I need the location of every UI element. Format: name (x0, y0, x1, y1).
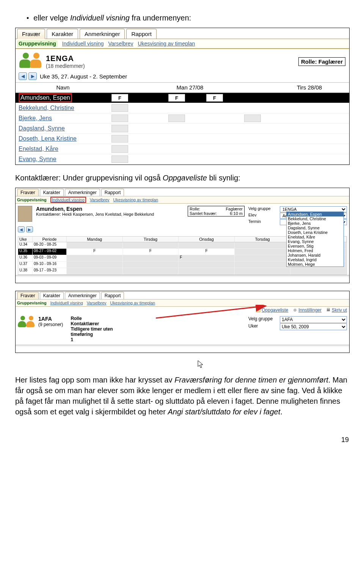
subtab-gruppevisning[interactable]: Gruppevisning (17, 301, 47, 305)
innstillinger-link[interactable]: Innstillinger (293, 307, 322, 313)
subtab-individuell-visning[interactable]: Individuell visning (50, 301, 83, 305)
center-info: Rolle Kontaktlærer Tidligere timer uten … (71, 316, 133, 342)
group-members: (18 medlemmer) (46, 63, 85, 69)
col-header: Tirsdag (123, 237, 179, 242)
dropdown-option[interactable]: Kvelstad, Ingrid (287, 257, 344, 262)
student-row[interactable]: Amundsen, EspenFFF (16, 93, 349, 103)
printer-icon (326, 308, 331, 312)
dropdown-option[interactable]: Bekkelund, Christine (287, 216, 344, 221)
week-prev-button[interactable]: ◀ (19, 72, 27, 80)
dropdown-option[interactable]: Evensen, Stig (287, 244, 344, 248)
student-name-link[interactable]: Amundsen, Espen (16, 93, 110, 102)
tab-anmerkninger[interactable]: Anmerkninger (65, 189, 100, 196)
group-name: 1ENGA (46, 54, 85, 63)
torn-edge-decoration-s3 (16, 345, 349, 353)
student-name-link[interactable]: Doseth, Lena Kristine (16, 135, 110, 142)
kontaktlaerer-paragraph: Kontaktlærer: Under gruppevisning vil og… (15, 172, 349, 183)
col-tirs: Tirs 28/08 (270, 83, 349, 93)
subtab-individuell-visning[interactable]: Individuell visning (50, 197, 86, 203)
uker-select-s3[interactable]: Uke 50, 2009 (280, 323, 347, 330)
sub-tabs-s2: GruppevisningIndividuell visningVarselbr… (16, 196, 349, 204)
tab-karakter[interactable]: Karakter (40, 189, 64, 196)
em-angi-start-slutt: Angi start/sluttdato for elev i faget (168, 408, 280, 416)
week-row[interactable]: U.3809-17 - 09-23 (18, 268, 347, 274)
student-row[interactable]: Bjerke, Jens (16, 113, 349, 124)
week-next-button[interactable]: ▶ (28, 72, 37, 80)
dropdown-option[interactable]: Molmen, Hege (287, 262, 344, 267)
skriv-ut-link[interactable]: Skriv ut (326, 307, 347, 313)
subtab-ukesvisning-av-timeplan[interactable]: Ukesvisning av timeplan (110, 301, 155, 305)
right-selects: Velg gruppe1AFA UkerUke 50, 2009 (248, 316, 347, 331)
student-name-link[interactable]: Enelstad, Kåre (16, 146, 110, 152)
week-label: Uke 35, 27. August - 2. September (40, 73, 127, 80)
main-tabs-s3: FraværKarakterAnmerkningerRapport (16, 291, 349, 299)
col-navn: Navn (16, 83, 110, 93)
kontaktlaerer-line: Kontaktlærer: Heidi Kaspersen, Jens Kvel… (36, 212, 184, 216)
attendance-grid-header: Navn Man 27/08 Tirs 28/08 (16, 82, 349, 93)
col-header: Periode (33, 237, 67, 242)
tab-fravær[interactable]: Fravær (17, 292, 39, 299)
week-prev-button-s2[interactable]: ◀ (18, 226, 25, 232)
week-next-button-s2[interactable]: ▶ (26, 226, 33, 232)
col-header: Mandag (67, 237, 123, 242)
screenshot-oppgaveliste: FraværKarakterAnmerkningerRapport Gruppe… (15, 291, 350, 353)
student-row[interactable]: Enelstad, Kåre (16, 144, 349, 154)
em-oppgaveliste: Oppgaveliste (163, 174, 207, 182)
tab-anmerkninger[interactable]: Anmerkninger (80, 29, 125, 39)
page-number: 19 (15, 436, 349, 444)
elev-dropdown-open[interactable]: Amundsen, EspenBekkelund, ChristineBjerk… (286, 212, 344, 267)
dropdown-option[interactable]: Evang, Synne (287, 239, 344, 244)
tab-rapport[interactable]: Rapport (101, 292, 124, 299)
student-row[interactable]: Bekkelund, Christine (16, 103, 349, 113)
col-header: Torsdag (235, 237, 291, 242)
subtab-varselbrev[interactable]: Varselbrev (87, 301, 107, 305)
subtab-gruppevisning[interactable]: Gruppevisning (17, 198, 47, 202)
rolle-badge: Rolle: Faglærer (298, 57, 345, 66)
svg-rect-4 (327, 308, 329, 309)
dropdown-option[interactable]: Doseth, Lena Kristine (287, 230, 344, 235)
dropdown-option[interactable]: Johansen, Harald (287, 253, 344, 257)
tab-rapport[interactable]: Rapport (101, 189, 124, 196)
tab-anmerkninger[interactable]: Anmerkninger (65, 292, 100, 299)
group-people-icon (19, 53, 42, 70)
dropdown-option[interactable]: Bjerke, Jens (287, 221, 344, 226)
dropdown-option[interactable]: Amundsen, Espen (287, 212, 344, 216)
col-header: Onsdag (179, 237, 235, 242)
subtab-individuell-visning[interactable]: Individuell visning (62, 41, 104, 47)
subtab-ukesvisning-av-timeplan[interactable]: Ukesvisning av timeplan (113, 198, 158, 202)
student-row[interactable]: Doseth, Lena Kristine (16, 134, 349, 144)
group-header: 1ENGA (18 medlemmer) Rolle: Faglærer (16, 49, 349, 72)
student-name-link[interactable]: Dagsland, Synne (16, 125, 110, 132)
main-body-paragraph: Her listes fag opp som man ikke har krys… (15, 375, 349, 417)
tab-karakter[interactable]: Karakter (47, 29, 78, 39)
torn-edge-decoration (16, 275, 349, 283)
student-name: Amundsen, Espen (36, 206, 184, 212)
student-name-link[interactable]: Bjerke, Jens (16, 115, 110, 122)
rolle-samlet-box: Rolle:Faglærer Samlet fravær:6:10 m (188, 206, 245, 216)
svg-point-2 (295, 310, 295, 310)
group-name-s3: 1AFA (38, 316, 63, 322)
student-name-link[interactable]: Bekkelund, Christine (16, 105, 110, 111)
tab-karakter[interactable]: Karakter (40, 292, 64, 299)
tab-rapport[interactable]: Rapport (126, 29, 156, 39)
tab-fravær[interactable]: Fravær (17, 29, 45, 39)
dropdown-option[interactable]: Enelstad, Kåre (287, 235, 344, 239)
group-members-s3: (9 personer) (38, 322, 63, 327)
student-row[interactable]: Dagsland, Synne (16, 124, 349, 134)
student-name-link[interactable]: Evang, Synne (16, 156, 110, 163)
subtab-varselbrev[interactable]: Varselbrev (90, 198, 110, 202)
sub-tabs-s3: GruppevisningIndividuell visningVarselbr… (16, 299, 349, 307)
subtab-ukesvisning-av-timeplan[interactable]: Ukesvisning av timeplan (138, 41, 195, 47)
student-row[interactable]: Evang, Synne (16, 154, 349, 165)
em-individuell-visning: Individuell visning (70, 14, 130, 22)
velg-gruppe-select-s3[interactable]: 1AFA (280, 316, 347, 323)
oppgaveliste-link[interactable]: Oppgaveliste (256, 307, 288, 313)
top-links: Oppgaveliste Innstillinger Skriv ut (16, 307, 349, 314)
tab-fravær[interactable]: Fravær (17, 189, 39, 196)
dropdown-option[interactable]: Dagsland, Synne (287, 226, 344, 230)
main-tabs: FraværKarakterAnmerkningerRapport (16, 28, 349, 39)
gear-icon (293, 308, 297, 312)
dropdown-option[interactable]: Holmen, Fred (287, 248, 344, 253)
subtab-gruppevisning[interactable]: Gruppevisning (17, 40, 58, 47)
subtab-varselbrev[interactable]: Varselbrev (108, 41, 133, 47)
